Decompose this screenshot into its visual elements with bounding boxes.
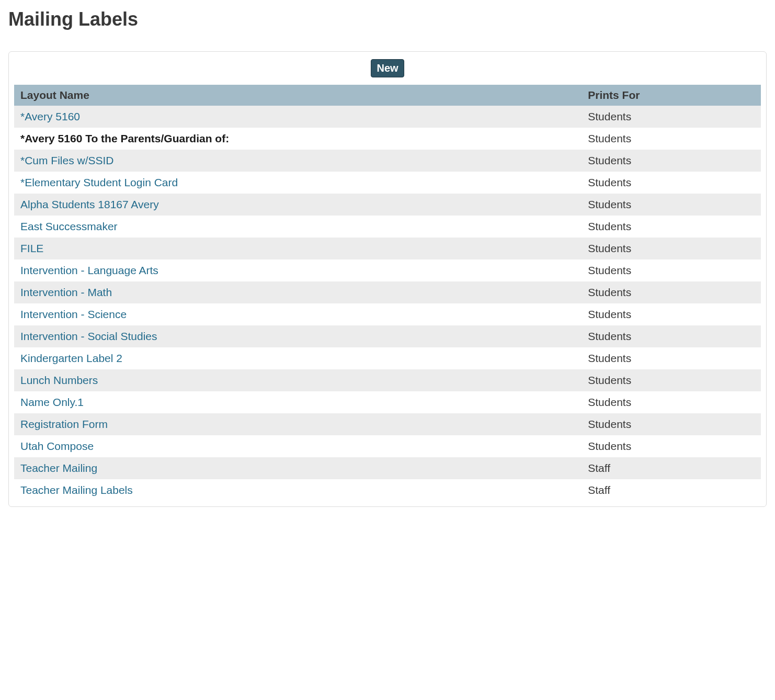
layout-name-cell[interactable]: Intervention - Language Arts: [14, 259, 582, 281]
layout-name-cell[interactable]: Alpha Students 18167 Avery: [14, 194, 582, 216]
page-title: Mailing Labels: [8, 8, 767, 30]
layout-name-cell[interactable]: Registration Form: [14, 413, 582, 435]
table-row: *Elementary Student Login CardStudents: [14, 172, 761, 194]
layout-name-cell[interactable]: FILE: [14, 238, 582, 259]
prints-for-cell: Students: [582, 150, 761, 172]
mailing-labels-table: Layout Name Prints For *Avery 5160Studen…: [14, 85, 761, 501]
layout-name-cell[interactable]: Teacher Mailing Labels: [14, 479, 582, 501]
header-layout-name: Layout Name: [14, 85, 582, 106]
table-row: East SuccessmakerStudents: [14, 216, 761, 238]
prints-for-cell: Students: [582, 325, 761, 347]
table-row: *Avery 5160 To the Parents/Guardian of:S…: [14, 128, 761, 150]
prints-for-cell: Students: [582, 435, 761, 457]
table-row: Kindergarten Label 2Students: [14, 347, 761, 369]
layout-name-cell[interactable]: Lunch Numbers: [14, 369, 582, 391]
table-row: Teacher MailingStaff: [14, 457, 761, 479]
layout-name-cell[interactable]: East Successmaker: [14, 216, 582, 238]
layout-name-cell[interactable]: Intervention - Social Studies: [14, 325, 582, 347]
prints-for-cell: Students: [582, 106, 761, 128]
layout-name-cell[interactable]: Name Only.1: [14, 391, 582, 413]
prints-for-cell: Staff: [582, 457, 761, 479]
layout-name-cell[interactable]: Teacher Mailing: [14, 457, 582, 479]
prints-for-cell: Students: [582, 259, 761, 281]
table-row: Alpha Students 18167 AveryStudents: [14, 194, 761, 216]
prints-for-cell: Students: [582, 391, 761, 413]
table-row: Intervention - MathStudents: [14, 281, 761, 303]
layout-name-cell[interactable]: *Cum Files w/SSID: [14, 150, 582, 172]
prints-for-cell: Students: [582, 369, 761, 391]
table-row: *Avery 5160Students: [14, 106, 761, 128]
table-header-row: Layout Name Prints For: [14, 85, 761, 106]
mailing-labels-panel: New Layout Name Prints For *Avery 5160St…: [8, 51, 767, 507]
layout-name-cell[interactable]: Utah Compose: [14, 435, 582, 457]
prints-for-cell: Students: [582, 128, 761, 150]
layout-name-cell[interactable]: Intervention - Math: [14, 281, 582, 303]
table-row: Registration FormStudents: [14, 413, 761, 435]
table-row: Intervention - Language ArtsStudents: [14, 259, 761, 281]
prints-for-cell: Students: [582, 413, 761, 435]
table-row: Intervention - ScienceStudents: [14, 303, 761, 325]
toolbar: New: [14, 59, 761, 77]
layout-name-cell[interactable]: Kindergarten Label 2: [14, 347, 582, 369]
prints-for-cell: Students: [582, 216, 761, 238]
table-row: Teacher Mailing LabelsStaff: [14, 479, 761, 501]
layout-name-cell[interactable]: *Elementary Student Login Card: [14, 172, 582, 194]
prints-for-cell: Students: [582, 347, 761, 369]
layout-name-cell: *Avery 5160 To the Parents/Guardian of:: [14, 128, 582, 150]
header-prints-for: Prints For: [582, 85, 761, 106]
prints-for-cell: Students: [582, 194, 761, 216]
table-row: FILEStudents: [14, 238, 761, 259]
table-row: Intervention - Social StudiesStudents: [14, 325, 761, 347]
prints-for-cell: Students: [582, 303, 761, 325]
table-row: Name Only.1Students: [14, 391, 761, 413]
layout-name-cell[interactable]: *Avery 5160: [14, 106, 582, 128]
prints-for-cell: Students: [582, 281, 761, 303]
prints-for-cell: Students: [582, 238, 761, 259]
table-row: Lunch NumbersStudents: [14, 369, 761, 391]
prints-for-cell: Students: [582, 172, 761, 194]
prints-for-cell: Staff: [582, 479, 761, 501]
layout-name-cell[interactable]: Intervention - Science: [14, 303, 582, 325]
table-row: *Cum Files w/SSIDStudents: [14, 150, 761, 172]
table-row: Utah ComposeStudents: [14, 435, 761, 457]
new-button[interactable]: New: [371, 59, 404, 77]
